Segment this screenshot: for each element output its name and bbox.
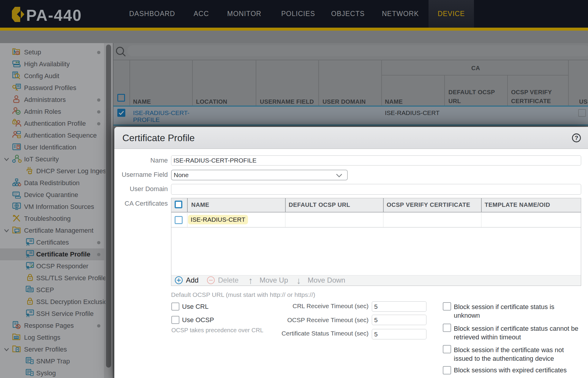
svg-text:?: ?: [575, 135, 578, 141]
